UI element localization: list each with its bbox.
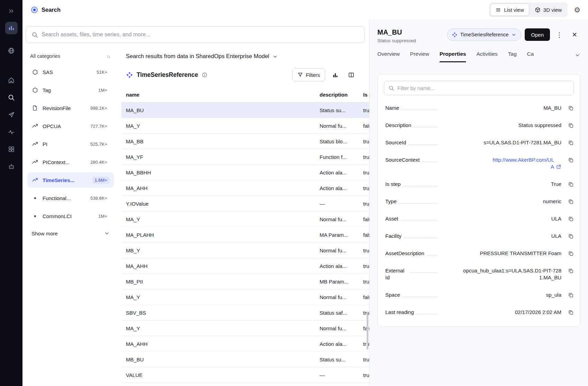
app-switcher-tile-icon[interactable] bbox=[5, 22, 18, 34]
search-nav-icon[interactable] bbox=[5, 91, 18, 104]
category-item-picontext[interactable]: PIContext... 280.4K+ bbox=[27, 154, 114, 170]
info-icon[interactable] bbox=[202, 72, 208, 78]
copy-icon[interactable] bbox=[565, 105, 574, 111]
view-toggle-group: List view 3D view bbox=[489, 2, 568, 17]
tab-properties[interactable]: Properties bbox=[440, 51, 466, 62]
kebab-menu-icon[interactable]: ⋮ bbox=[553, 29, 565, 41]
property-row: Asset ULA bbox=[384, 210, 574, 227]
table-row[interactable]: MA_AHHAction ala...true bbox=[121, 258, 369, 274]
table-row[interactable]: MA_YNormal fu...false bbox=[121, 289, 369, 305]
category-item-sas[interactable]: SAS 51K+ bbox=[27, 64, 114, 80]
table-row[interactable]: MA_YNormal fu...false bbox=[121, 118, 369, 134]
table-row[interactable]: MA_PLAHHMA Param...false bbox=[121, 227, 369, 243]
property-row: Name MA_BU bbox=[384, 99, 574, 117]
global-search-bar[interactable] bbox=[26, 26, 365, 43]
property-label: Facility bbox=[385, 233, 402, 240]
tab-preview[interactable]: Preview bbox=[410, 51, 429, 62]
copy-icon[interactable] bbox=[565, 251, 574, 257]
column-header-name[interactable]: name bbox=[121, 92, 315, 98]
table-header-row: name description Is step bbox=[121, 87, 369, 102]
table-row[interactable]: SBV_BSStatus saf...true bbox=[121, 305, 369, 321]
settings-gear-icon[interactable]: ⚙ bbox=[574, 6, 580, 14]
property-row: Facility ULA bbox=[384, 227, 574, 245]
results-panel: Search results from data in SharedOps En… bbox=[121, 51, 369, 386]
results-source-dropdown[interactable]: Search results from data in SharedOps En… bbox=[126, 51, 369, 61]
timeseries-icon bbox=[31, 177, 38, 183]
table-row[interactable]: MA_BBStatus blo...true bbox=[121, 134, 369, 149]
table-row[interactable]: Y.IOValue—true bbox=[121, 196, 369, 212]
copy-icon[interactable] bbox=[565, 199, 574, 205]
copy-icon[interactable] bbox=[565, 181, 574, 187]
table-row[interactable]: MA_YFFunction f...true bbox=[121, 149, 369, 165]
table-row[interactable]: MA_YNormal fu...false bbox=[121, 321, 369, 336]
filter-input[interactable] bbox=[397, 85, 569, 91]
3d-view-button[interactable]: 3D view bbox=[530, 3, 567, 16]
table-row[interactable]: VALUE—true bbox=[121, 367, 369, 383]
result-type-header: TimeSeriesReference Filters bbox=[126, 67, 357, 82]
column-header-description[interactable]: description bbox=[315, 92, 359, 98]
category-item-revisionfile[interactable]: RevisionFile 998.1K+ bbox=[27, 100, 114, 116]
activity-pulse-icon[interactable] bbox=[5, 125, 18, 138]
copy-icon[interactable] bbox=[565, 292, 574, 298]
property-label: Is step bbox=[385, 181, 401, 188]
dotted-leader bbox=[422, 162, 438, 162]
column-header-is-step[interactable]: Is step bbox=[359, 92, 369, 98]
copy-icon[interactable] bbox=[565, 268, 574, 274]
category-item-functional[interactable]: Functional... 538.6K+ bbox=[27, 190, 114, 206]
expand-sidebar-icon[interactable] bbox=[5, 5, 18, 18]
sort-icon[interactable]: ↑↓ bbox=[107, 54, 111, 59]
category-item-opcua[interactable]: OPCUA 727.7K+ bbox=[27, 118, 114, 134]
category-item-commonlci[interactable]: CommonLCI 1M+ bbox=[27, 208, 114, 224]
property-label: Space bbox=[385, 291, 400, 298]
tab-more-truncated[interactable]: Ca bbox=[527, 51, 534, 62]
type-chip-dropdown[interactable]: TimeSeriesReference bbox=[447, 28, 522, 41]
vertical-scrollbar[interactable] bbox=[367, 314, 368, 350]
property-label: SourceContext bbox=[385, 156, 420, 163]
category-item-timeseriesreference[interactable]: TimeSeries... 1.6M+ bbox=[27, 172, 114, 188]
close-icon[interactable]: × bbox=[569, 29, 580, 41]
copy-icon[interactable] bbox=[565, 309, 574, 315]
category-item-pi[interactable]: PI 525.7K+ bbox=[27, 136, 114, 152]
tab-tag[interactable]: Tag bbox=[508, 51, 517, 62]
table-row[interactable]: MB_PIIMB Param...true bbox=[121, 274, 369, 289]
tab-activities[interactable]: Activities bbox=[476, 51, 497, 62]
dotted-leader bbox=[403, 297, 438, 297]
property-row: External Id opcua_hub_ulaa1:s=ULA.SAS.D1… bbox=[384, 262, 574, 286]
copy-icon[interactable] bbox=[565, 123, 574, 128]
table-row[interactable]: MA_AHHAction ala...true bbox=[121, 180, 369, 196]
dotted-leader bbox=[427, 255, 438, 255]
table-row[interactable]: MA_AHHAction ala...true bbox=[121, 336, 369, 352]
category-count: 1M+ bbox=[96, 213, 110, 220]
source-context-link[interactable]: http://www.AkerBP.com/ULA bbox=[489, 156, 554, 170]
external-link-icon bbox=[556, 164, 561, 170]
table-row[interactable]: MA_BUStatus su...true bbox=[121, 102, 369, 118]
split-columns-icon[interactable] bbox=[345, 69, 357, 81]
copy-icon[interactable] bbox=[565, 233, 574, 239]
property-row: Is step True bbox=[384, 176, 574, 193]
table-row[interactable]: MB_BUStatus su...true bbox=[121, 352, 369, 367]
home-icon[interactable] bbox=[5, 73, 18, 87]
apps-grid-icon[interactable] bbox=[5, 143, 18, 156]
table-row[interactable]: MB_YNormal fu...true bbox=[121, 243, 369, 258]
copy-icon[interactable] bbox=[565, 140, 574, 146]
category-item-tag[interactable]: Tag 1M+ bbox=[27, 82, 114, 98]
search-input[interactable] bbox=[42, 32, 359, 38]
show-more-button[interactable]: Show more bbox=[27, 226, 114, 240]
filters-button[interactable]: Filters bbox=[292, 68, 325, 81]
list-view-button[interactable]: List view bbox=[490, 3, 529, 16]
file-icon bbox=[31, 105, 38, 111]
copy-icon[interactable] bbox=[565, 157, 574, 163]
filter-by-name-field[interactable] bbox=[384, 81, 574, 95]
tabs-overflow-chevron-icon[interactable] bbox=[575, 52, 580, 62]
robot-assistant-icon[interactable] bbox=[5, 160, 18, 173]
globe-icon[interactable] bbox=[5, 44, 18, 57]
table-row[interactable]: MA_BBHHAction ala...true bbox=[121, 165, 369, 180]
open-button[interactable]: Open bbox=[525, 28, 550, 41]
send-icon[interactable] bbox=[5, 108, 18, 121]
table-row[interactable]: MA_YNormal fu...false bbox=[121, 212, 369, 227]
tab-overview[interactable]: Overview bbox=[377, 51, 400, 62]
timeseries-icon bbox=[31, 141, 38, 147]
chart-view-icon[interactable] bbox=[329, 69, 341, 81]
copy-icon[interactable] bbox=[565, 216, 574, 222]
dot-icon bbox=[31, 195, 38, 201]
